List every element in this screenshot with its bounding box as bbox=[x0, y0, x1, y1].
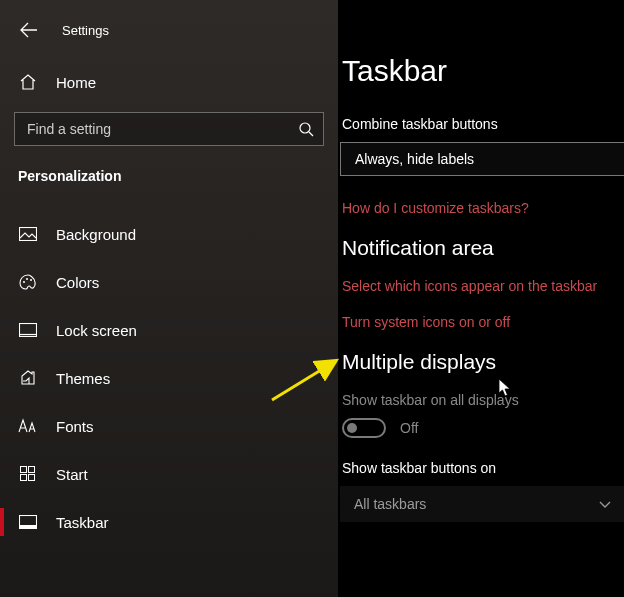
sidebar-item-label: Colors bbox=[56, 274, 99, 291]
sidebar-item-start[interactable]: Start bbox=[0, 450, 338, 498]
fonts-icon bbox=[18, 416, 38, 436]
themes-icon bbox=[18, 368, 38, 388]
taskbar-icon bbox=[18, 512, 38, 532]
combine-dropdown-value: Always, hide labels bbox=[355, 151, 474, 167]
notification-area-heading: Notification area bbox=[340, 236, 624, 260]
toggle-state-label: Off bbox=[400, 420, 418, 436]
sidebar-home-label: Home bbox=[56, 74, 96, 91]
svg-rect-1 bbox=[20, 228, 37, 241]
sidebar-item-label: Background bbox=[56, 226, 136, 243]
toggle-knob bbox=[347, 423, 357, 433]
svg-rect-10 bbox=[29, 475, 35, 481]
show-all-displays-label: Show taskbar on all displays bbox=[340, 392, 624, 408]
back-button[interactable] bbox=[18, 19, 40, 41]
sidebar-item-fonts[interactable]: Fonts bbox=[0, 402, 338, 450]
svg-rect-6 bbox=[20, 335, 37, 337]
palette-icon bbox=[18, 272, 38, 292]
sidebar-item-label: Themes bbox=[56, 370, 110, 387]
select-icons-link[interactable]: Select which icons appear on the taskbar bbox=[340, 278, 624, 294]
content-panel: Taskbar Combine taskbar buttons Always, … bbox=[338, 0, 624, 597]
sidebar-item-label: Lock screen bbox=[56, 322, 137, 339]
multiple-displays-heading: Multiple displays bbox=[340, 350, 624, 374]
sidebar-item-colors[interactable]: Colors bbox=[0, 258, 338, 306]
sidebar-item-background[interactable]: Background bbox=[0, 210, 338, 258]
page-title: Taskbar bbox=[340, 54, 624, 88]
combine-dropdown[interactable]: Always, hide labels bbox=[340, 142, 624, 176]
sidebar-item-label: Start bbox=[56, 466, 88, 483]
lockscreen-icon bbox=[18, 320, 38, 340]
settings-sidebar: Settings Home Personalization Background bbox=[0, 0, 338, 597]
show-buttons-label: Show taskbar buttons on bbox=[340, 460, 624, 476]
svg-point-0 bbox=[300, 123, 310, 133]
search-icon bbox=[298, 121, 314, 137]
sidebar-home[interactable]: Home bbox=[0, 58, 338, 106]
sidebar-section-header: Personalization bbox=[0, 156, 338, 192]
sidebar-nav-list: Background Colors Lock screen Themes bbox=[0, 210, 338, 546]
sidebar-item-themes[interactable]: Themes bbox=[0, 354, 338, 402]
svg-rect-5 bbox=[20, 324, 37, 335]
sidebar-item-label: Fonts bbox=[56, 418, 94, 435]
sidebar-item-lock-screen[interactable]: Lock screen bbox=[0, 306, 338, 354]
svg-point-2 bbox=[23, 281, 25, 283]
sidebar-item-taskbar[interactable]: Taskbar bbox=[0, 498, 338, 546]
back-arrow-icon bbox=[20, 21, 38, 39]
sidebar-item-label: Taskbar bbox=[56, 514, 109, 531]
system-icons-link[interactable]: Turn system icons on or off bbox=[340, 314, 624, 330]
svg-rect-9 bbox=[21, 475, 27, 481]
show-buttons-value: All taskbars bbox=[354, 496, 426, 512]
svg-point-4 bbox=[30, 279, 32, 281]
svg-rect-12 bbox=[20, 525, 37, 529]
customize-taskbars-link[interactable]: How do I customize taskbars? bbox=[340, 200, 624, 216]
show-buttons-dropdown[interactable]: All taskbars bbox=[340, 486, 624, 522]
svg-rect-7 bbox=[21, 467, 27, 473]
start-icon bbox=[18, 464, 38, 484]
show-all-displays-toggle[interactable] bbox=[342, 418, 386, 438]
combine-label: Combine taskbar buttons bbox=[340, 116, 624, 132]
app-title: Settings bbox=[62, 23, 109, 38]
home-icon bbox=[18, 72, 38, 92]
svg-rect-8 bbox=[29, 467, 35, 473]
picture-icon bbox=[18, 224, 38, 244]
chevron-down-icon bbox=[599, 496, 611, 512]
search-input[interactable] bbox=[14, 112, 324, 146]
svg-point-3 bbox=[26, 278, 28, 280]
